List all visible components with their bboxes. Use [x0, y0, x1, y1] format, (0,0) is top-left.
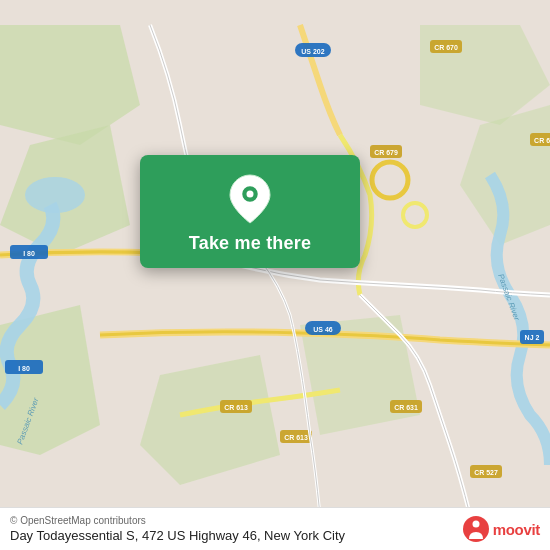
- take-me-there-button-label: Take me there: [189, 233, 311, 254]
- svg-point-32: [372, 162, 408, 198]
- moovit-logo: moovit: [462, 515, 540, 543]
- svg-text:US 202: US 202: [301, 48, 324, 55]
- svg-marker-3: [140, 355, 280, 485]
- bottom-bar: © OpenStreetMap contributors Day Todayes…: [0, 507, 550, 550]
- moovit-brand-text: moovit: [493, 521, 540, 538]
- location-name: Day Todayessential S, 472 US Highway 46,…: [10, 528, 345, 543]
- svg-text:US 46: US 46: [313, 326, 333, 333]
- svg-text:CR 64: CR 64: [534, 137, 550, 144]
- svg-point-37: [247, 191, 254, 198]
- svg-text:CR 631: CR 631: [394, 404, 418, 411]
- svg-text:CR 613: CR 613: [284, 434, 308, 441]
- osm-attribution: © OpenStreetMap contributors: [10, 515, 345, 526]
- svg-marker-0: [0, 25, 140, 145]
- bottom-bar-text-group: © OpenStreetMap contributors Day Todayes…: [10, 515, 345, 543]
- take-me-there-card[interactable]: Take me there: [140, 155, 360, 268]
- svg-point-33: [403, 203, 427, 227]
- svg-text:CR 679: CR 679: [374, 149, 398, 156]
- map-svg: I 80 US 46 US 202 CR 679 CR 613 CR 613 C…: [0, 0, 550, 550]
- location-pin-icon: [228, 173, 272, 225]
- svg-point-39: [472, 521, 479, 528]
- svg-point-7: [25, 177, 85, 213]
- map-container: I 80 US 46 US 202 CR 679 CR 613 CR 613 C…: [0, 0, 550, 550]
- svg-text:I 80: I 80: [18, 365, 30, 372]
- svg-text:CR 527: CR 527: [474, 469, 498, 476]
- svg-text:I 80: I 80: [23, 250, 35, 257]
- svg-text:NJ 2: NJ 2: [525, 334, 540, 341]
- moovit-brand-icon: [462, 515, 490, 543]
- svg-text:CR 613: CR 613: [224, 404, 248, 411]
- svg-text:CR 670: CR 670: [434, 44, 458, 51]
